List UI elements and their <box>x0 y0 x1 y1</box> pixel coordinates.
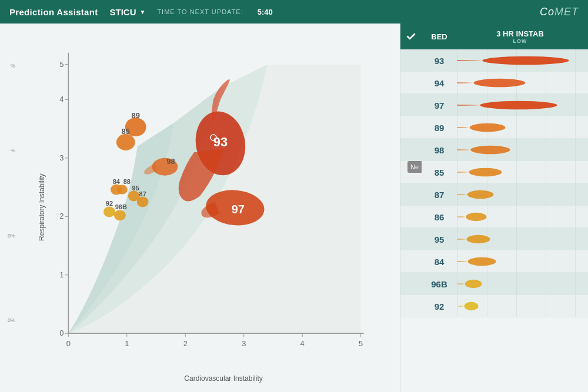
patient-97-label[interactable]: 97 <box>232 203 245 216</box>
table-col-instab: 3 HR INSTAB LOW <box>457 29 588 44</box>
col-instab-label: 3 HR INSTAB <box>457 29 583 38</box>
row-instab-cell <box>457 250 588 273</box>
pct-label-4: 0% <box>8 317 15 323</box>
table-row[interactable]: 84 <box>400 250 588 273</box>
row-bed-cell: 89 <box>422 123 457 133</box>
table-row[interactable]: 97 <box>400 94 588 116</box>
row-instab-cell <box>457 295 588 317</box>
svg-text:3: 3 <box>242 339 246 348</box>
row-instab-cell <box>457 228 588 250</box>
row-instab-cell <box>457 273 588 295</box>
table-row[interactable]: 87 <box>400 183 588 206</box>
table-header-check <box>400 31 422 42</box>
svg-text:2: 2 <box>183 339 188 348</box>
table-row[interactable]: 89 <box>400 116 588 139</box>
svg-point-57 <box>470 146 510 154</box>
svg-point-81 <box>467 235 490 243</box>
scatter-chart-area: % % 0% 0% Respiratory Instability Cardio… <box>0 24 400 392</box>
row-bed-cell: 95 <box>422 234 457 244</box>
y-axis-label: Respiratory Instability <box>38 173 46 241</box>
row-instab-cell <box>457 49 588 72</box>
svg-point-93 <box>465 280 482 288</box>
table-row[interactable]: 94 <box>400 72 588 94</box>
legend-pct-labels: % % 0% 0% <box>0 24 18 363</box>
table-row[interactable]: 96B <box>400 273 588 295</box>
svg-point-33 <box>482 56 569 65</box>
patient-87-blob <box>137 196 149 207</box>
table-row[interactable]: 93 <box>400 49 588 72</box>
svg-text:2: 2 <box>59 212 64 220</box>
svg-point-39 <box>474 79 526 87</box>
row-bed-cell: 85 <box>422 167 457 177</box>
instab-bar-svg <box>457 183 588 206</box>
instab-bar-svg <box>457 94 588 116</box>
patient-92-blob <box>103 206 115 217</box>
svg-text:0: 0 <box>66 339 71 348</box>
patient-92-label[interactable]: 92 <box>106 200 113 207</box>
instab-bar-svg <box>457 161 588 183</box>
row-bed-cell: 84 <box>422 257 457 267</box>
table-row[interactable]: 92 <box>400 295 588 317</box>
svg-point-45 <box>480 101 557 109</box>
patient-88-blob <box>117 185 128 195</box>
table-row[interactable]: 85 <box>400 161 588 183</box>
table-col-bed: BED <box>422 32 457 41</box>
svg-point-63 <box>469 168 502 176</box>
patient-93-label[interactable]: 93 <box>213 135 228 149</box>
svg-text:0: 0 <box>59 329 64 337</box>
patient-85-label[interactable]: 85 <box>122 127 130 136</box>
instab-bar-svg <box>457 72 588 94</box>
row-bed-cell: 93 <box>422 56 457 66</box>
row-bed-cell: 92 <box>422 301 457 311</box>
svg-text:5: 5 <box>359 339 363 348</box>
instab-bar-svg <box>457 139 588 161</box>
svg-text:4: 4 <box>300 339 305 348</box>
patient-84-label[interactable]: 84 <box>113 178 121 185</box>
table-body: 9394978998Ne858786958496B92 <box>400 49 588 392</box>
instab-bar-svg <box>457 250 588 273</box>
row-instab-cell <box>457 161 588 183</box>
app-header: Prediction Assistant STICU ▼ TIME TO NEX… <box>0 0 588 24</box>
pct-label-1: % <box>11 63 15 69</box>
row-instab-cell <box>457 116 588 139</box>
chart-svg: 93 97 89 85 98 84 88 95 <box>35 29 394 363</box>
table-header: BED 3 HR INSTAB LOW <box>400 24 588 49</box>
row-instab-cell <box>457 183 588 206</box>
instab-bar-svg <box>457 273 588 295</box>
row-instab-cell <box>457 139 588 161</box>
svg-text:1: 1 <box>59 270 64 279</box>
x-axis-label: Cardiovascular Instability <box>184 374 262 383</box>
pct-label-2: % <box>11 148 15 153</box>
timer-value: 5:40 <box>258 8 273 16</box>
row-bed-cell: 96B <box>422 279 457 289</box>
svg-text:5: 5 <box>59 60 64 69</box>
unit-name: STICU <box>109 7 136 17</box>
instab-bar-svg <box>457 228 588 250</box>
patient-87-label[interactable]: 87 <box>139 190 146 197</box>
ne-button[interactable]: Ne <box>407 161 422 173</box>
instab-bar-svg <box>457 116 588 139</box>
patient-95-label[interactable]: 95 <box>132 185 139 192</box>
instab-bar-svg <box>457 49 588 72</box>
col-bed-label: BED <box>422 32 457 41</box>
instability-table-panel: BED 3 HR INSTAB LOW 9394978998Ne85878695… <box>400 24 588 392</box>
svg-point-87 <box>468 257 496 266</box>
instab-bar-svg <box>457 295 588 317</box>
svg-text:3: 3 <box>59 153 64 162</box>
patient-88-label[interactable]: 88 <box>123 178 131 185</box>
patient-98-label[interactable]: 98 <box>166 157 175 166</box>
main-content: % % 0% 0% Respiratory Instability Cardio… <box>0 24 588 392</box>
table-row[interactable]: 86 <box>400 206 588 228</box>
patient-89-label[interactable]: 89 <box>132 111 140 120</box>
row-bed-cell: 87 <box>422 190 457 200</box>
row-bed-cell: 97 <box>422 100 457 110</box>
comet-logo: CoMET <box>540 6 579 18</box>
patient-96b-blob <box>114 210 126 220</box>
unit-selector[interactable]: STICU ▼ <box>109 7 145 17</box>
table-row[interactable]: 98Ne <box>400 139 588 161</box>
app-title: Prediction Assistant <box>9 7 98 17</box>
instab-bar-svg <box>457 206 588 228</box>
table-row[interactable]: 95 <box>400 228 588 250</box>
timer-label: TIME TO NEXT UPDATE: <box>157 8 243 15</box>
patient-96b-label[interactable]: 96B <box>115 203 127 210</box>
